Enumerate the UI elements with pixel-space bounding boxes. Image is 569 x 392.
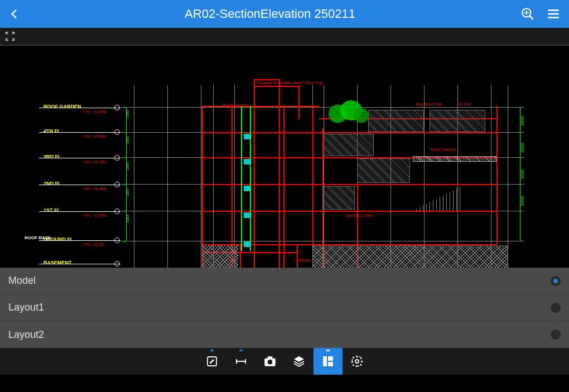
layout-radio[interactable] <box>551 276 561 286</box>
layout-item-model[interactable]: Model <box>0 268 569 294</box>
back-button[interactable] <box>8 8 20 20</box>
layout-item-layout1[interactable]: Layout1 <box>0 294 569 321</box>
layout-label: Layout1 <box>8 302 44 313</box>
ffl-label: FFL +0.00 <box>84 242 104 247</box>
ffl-label: FFL +0.750 <box>84 159 107 164</box>
layout-list: ModelLayout1Layout2 <box>0 268 569 348</box>
menu-icon[interactable] <box>546 7 561 21</box>
svg-line-1 <box>529 16 533 20</box>
bottom-toolbar <box>0 348 569 375</box>
search-icon[interactable] <box>520 7 535 21</box>
roof-note: Parapet & Cantile Depo Roof Top <box>257 80 322 85</box>
layout-radio[interactable] <box>551 303 561 313</box>
layout-item-layout2[interactable]: Layout2 <box>0 321 569 348</box>
svg-point-16 <box>268 360 273 365</box>
svg-point-20 <box>355 360 359 363</box>
svg-point-9 <box>354 108 369 123</box>
drawing-canvas[interactable]: ROOF GARDENFFL +5.0004TH FLFFL +4.0003RD… <box>0 46 569 268</box>
settings-tool[interactable] <box>343 348 372 375</box>
level-label: 1ST FL <box>44 207 60 213</box>
camera-tool[interactable] <box>255 348 284 375</box>
ffl-label: FFL +2.540 <box>84 213 107 218</box>
level-label: ROOF GARDEN <box>44 104 81 109</box>
app-header: AR02-SectionElevation 250211 <box>0 0 569 28</box>
layout-label: Layout2 <box>8 329 44 341</box>
svg-rect-18 <box>328 356 333 361</box>
layout-radio[interactable] <box>551 330 561 340</box>
level-label: 4TH FL <box>44 128 61 134</box>
edit-tool[interactable] <box>197 348 226 375</box>
svg-rect-17 <box>323 356 327 366</box>
layout-tool[interactable] <box>314 348 343 375</box>
level-label: 2ND FL <box>44 181 61 186</box>
fullscreen-button[interactable] <box>4 31 16 42</box>
layout-label: Model <box>8 275 36 287</box>
ffl-label: FFL +5.000 <box>84 109 107 114</box>
header-actions <box>520 7 561 21</box>
ffl-label: FFL +4.000 <box>84 134 107 139</box>
level-label: BASEMENT <box>44 260 72 265</box>
svg-rect-15 <box>268 356 273 359</box>
svg-rect-19 <box>328 362 333 366</box>
page-title: AR02-SectionElevation 250211 <box>20 7 520 21</box>
ffl-label: FFL +3.400 <box>84 186 107 191</box>
level-label: 3RD FL <box>44 154 61 159</box>
layers-tool[interactable] <box>284 348 314 375</box>
measure-tool[interactable] <box>226 348 255 375</box>
sub-header <box>0 28 569 45</box>
